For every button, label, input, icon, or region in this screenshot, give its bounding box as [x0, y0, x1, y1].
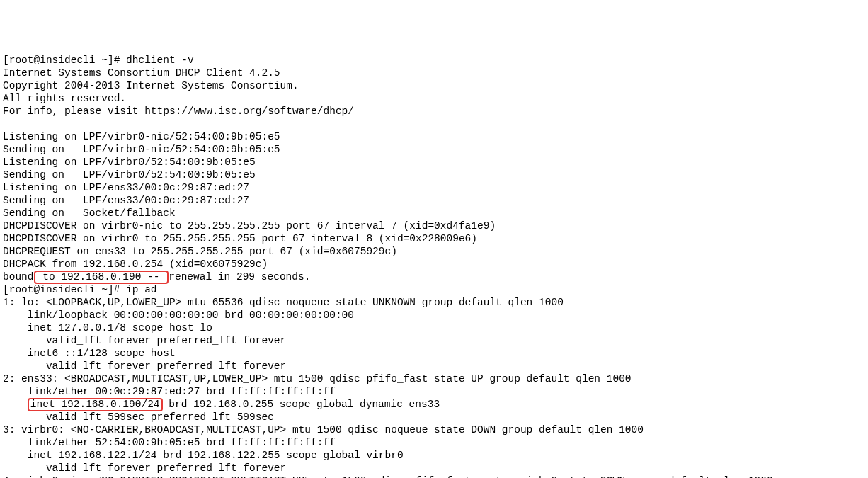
command-text: ip ad — [126, 284, 157, 295]
shell-prompt: [root@insidecli ~]# — [3, 55, 126, 66]
inet-ip-highlight: inet 192.168.0.190/24 — [28, 398, 163, 411]
bound-prefix: bound — [3, 271, 34, 283]
prompt-line-2: [root@insidecli ~]# ip ad — [3, 284, 157, 295]
bound-ip-highlight: to 192.168.0.190 -- — [34, 271, 169, 284]
ip-ad-output-pre: 1: lo: <LOOPBACK,UP,LOWER_UP> mtu 65536 … — [3, 297, 632, 397]
terminal-output[interactable]: [root@insidecli ~]# dhclient -v Internet… — [3, 54, 865, 478]
prompt-line-1: [root@insidecli ~]# dhclient -v — [3, 55, 194, 66]
ip-ad-output-post: valid_lft 599sec preferred_lft 599sec 3:… — [3, 411, 773, 478]
inet-suffix: brd 192.168.0.255 scope global dynamic e… — [163, 399, 440, 410]
dhclient-output: Internet Systems Consortium DHCP Client … — [3, 67, 496, 270]
bound-line: bound to 192.168.0.190 -- renewal in 299… — [3, 271, 310, 283]
command-text: dhclient -v — [126, 55, 194, 66]
bound-suffix: renewal in 299 seconds. — [169, 271, 310, 283]
shell-prompt: [root@insidecli ~]# — [3, 284, 126, 295]
inet-pad — [3, 399, 28, 410]
inet-line: inet 192.168.0.190/24 brd 192.168.0.255 … — [3, 399, 440, 410]
